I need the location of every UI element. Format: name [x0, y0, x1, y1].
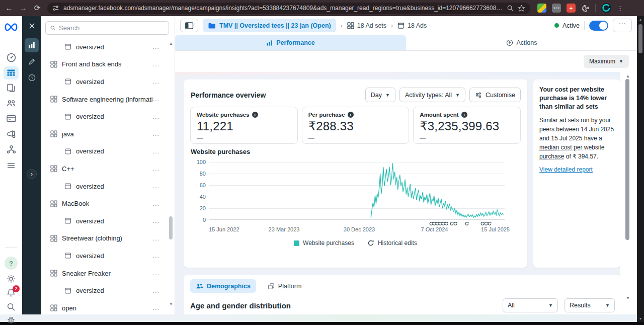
list-item[interactable]: oversized...: [41, 212, 175, 230]
row-menu-button[interactable]: ...: [152, 166, 159, 171]
reload-icon[interactable]: ⟳: [33, 0, 41, 16]
customise-button[interactable]: Customise: [469, 88, 521, 102]
breadcrumb-ads[interactable]: 18 Ads: [397, 22, 427, 29]
list-item[interactable]: oversized...: [41, 143, 175, 160]
zoom-icon[interactable]: [507, 5, 514, 12]
extension-icon[interactable]: [537, 4, 546, 13]
ads-megaphone-icon[interactable]: [0, 129, 22, 139]
info-icon[interactable]: i: [348, 112, 354, 118]
historical-edit-markers[interactable]: [209, 219, 505, 225]
help-button[interactable]: ?: [0, 257, 22, 270]
row-menu-button[interactable]: ...: [152, 271, 159, 276]
list-item[interactable]: oversized...: [41, 38, 175, 56]
list-item[interactable]: oversized...: [41, 73, 175, 91]
extensions-puzzle-icon[interactable]: [581, 4, 590, 13]
list-item[interactable]: Sneaker Freaker...: [41, 265, 175, 282]
list-item[interactable]: MacBook...: [41, 195, 175, 212]
more-options-button[interactable]: ...: [613, 19, 632, 32]
legend-historical-edits[interactable]: Historical edits: [367, 239, 417, 247]
row-menu-button[interactable]: ...: [152, 305, 159, 310]
search-tool-icon[interactable]: [0, 302, 22, 312]
row-menu-button[interactable]: ...: [152, 97, 159, 102]
info-icon[interactable]: i: [461, 112, 467, 118]
red-extension-icon[interactable]: +: [567, 4, 576, 13]
list-item[interactable]: Streetwear (clothing)...: [41, 230, 175, 248]
breakdown-dropdown[interactable]: All ▼: [503, 298, 558, 312]
row-menu-button[interactable]: ...: [152, 114, 159, 119]
list-item[interactable]: open...: [41, 299, 175, 314]
scrollbar-thumb[interactable]: [638, 24, 642, 53]
audiences-people-icon[interactable]: [0, 98, 22, 109]
bookmark-star-icon[interactable]: [518, 5, 525, 12]
content-scrollbar-thumb[interactable]: [625, 79, 629, 240]
day-dropdown[interactable]: Day ▼: [365, 88, 395, 102]
site-controls-icon[interactable]: [52, 5, 59, 12]
row-menu-button[interactable]: ...: [152, 201, 159, 206]
row-menu-button[interactable]: ...: [152, 236, 159, 241]
breadcrumb-adsets[interactable]: 18 Ad sets: [347, 22, 386, 29]
content-scroll-up-icon[interactable]: ▲: [625, 74, 631, 78]
collapse-sidebar-button[interactable]: [180, 19, 198, 32]
meta-logo[interactable]: [0, 22, 22, 32]
back-icon[interactable]: ←: [5, 0, 13, 16]
row-menu-button[interactable]: ...: [152, 149, 159, 154]
tab-platform[interactable]: Platform: [262, 279, 307, 293]
scroll-down-icon[interactable]: ▼: [637, 317, 644, 320]
row-menu-button[interactable]: ...: [152, 131, 159, 136]
row-menu-button[interactable]: ...: [152, 62, 159, 67]
breadcrumb-campaign[interactable]: TMV || Oversized tees || 23 jan (Open): [203, 19, 336, 32]
business-assets-icon[interactable]: [0, 144, 22, 155]
list-item[interactable]: Front and back ends...: [41, 56, 175, 73]
scroll-up-icon[interactable]: ▲: [637, 18, 644, 21]
settings-gear-icon[interactable]: [0, 274, 22, 284]
row-menu-button[interactable]: ...: [152, 44, 159, 49]
tab-demographics[interactable]: Demographics: [190, 279, 256, 293]
list-scroll-up-icon[interactable]: ▲: [169, 41, 173, 46]
activity-types-dropdown[interactable]: Activity types: All ▼: [399, 88, 465, 102]
row-menu-button[interactable]: ...: [152, 218, 159, 223]
search-field[interactable]: [59, 24, 165, 32]
browser-menu-icon[interactable]: ⋮: [617, 5, 623, 12]
tab-actions[interactable]: Actions: [406, 35, 637, 50]
close-panel-icon[interactable]: [22, 22, 41, 30]
list-item[interactable]: C++...: [41, 160, 175, 178]
all-tools-menu-icon[interactable]: [0, 160, 22, 171]
code-extension-icon[interactable]: </>: [552, 4, 561, 13]
list-item[interactable]: oversized...: [41, 108, 175, 125]
history-clock-icon[interactable]: [22, 73, 41, 82]
content-scroll-down-icon[interactable]: ▼: [625, 296, 631, 300]
list-item[interactable]: java...: [41, 125, 175, 143]
window-scrollbar[interactable]: ▲ ▼: [637, 16, 644, 322]
billing-card-icon[interactable]: [0, 113, 22, 124]
legend-website-purchases[interactable]: Website purchases: [294, 239, 354, 247]
row-menu-button[interactable]: ...: [152, 253, 159, 258]
browser-profile-avatar[interactable]: [601, 3, 611, 13]
website-purchases-chart[interactable]: [209, 162, 505, 220]
notifications-bell-icon[interactable]: 2: [0, 288, 22, 300]
insights-chart-icon[interactable]: [22, 38, 41, 52]
info-icon[interactable]: i: [252, 112, 258, 118]
pages-icon[interactable]: [0, 83, 22, 93]
list-item[interactable]: oversized...: [41, 178, 175, 195]
results-dropdown[interactable]: Results ▼: [565, 298, 615, 312]
edit-pencil-icon[interactable]: [22, 57, 41, 66]
row-menu-button[interactable]: ...: [152, 184, 159, 189]
row-menu-button[interactable]: ...: [152, 288, 159, 293]
campaigns-table-icon[interactable]: [0, 66, 22, 79]
url-text[interactable]: adsmanager.facebook.com/adsmanager/manag…: [63, 5, 503, 12]
list-item[interactable]: oversized...: [41, 247, 175, 265]
list-item[interactable]: Software engineering (information t.....…: [41, 91, 175, 108]
tab-performance[interactable]: Performance: [175, 35, 406, 50]
list-scrollbar-thumb[interactable]: [169, 216, 173, 239]
active-toggle[interactable]: [589, 21, 608, 31]
address-bar[interactable]: adsmanager.facebook.com/adsmanager/manag…: [47, 3, 530, 14]
overview-gauge-icon[interactable]: [0, 52, 22, 63]
maximum-dropdown[interactable]: Maximum ▼: [584, 55, 629, 68]
search-input[interactable]: [45, 21, 169, 35]
view-detailed-report-link[interactable]: View detailed report: [539, 166, 614, 173]
list-scroll-down-icon[interactable]: ▼: [169, 302, 173, 306]
row-menu-button[interactable]: ...: [152, 79, 159, 84]
list-item[interactable]: oversized...: [41, 282, 175, 299]
report-bug-icon[interactable]: [0, 315, 22, 325]
expand-panel-button[interactable]: ›: [27, 169, 37, 179]
